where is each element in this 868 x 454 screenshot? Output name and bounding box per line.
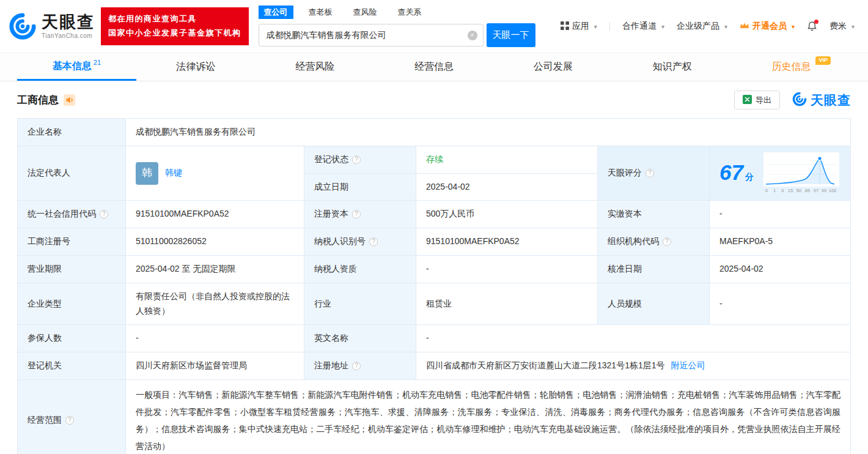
org-code-value: MAEFKP0A-5 [710, 228, 851, 256]
row-reg-number: 工商注册号 510110002826052 纳税人识别号 91510100MAE… [18, 228, 851, 256]
svg-text:0: 0 [765, 188, 768, 193]
tianyancha-logo-icon [9, 12, 37, 40]
search-row: 天眼一下 [259, 23, 535, 47]
search-tab-company[interactable]: 查公司 [259, 6, 293, 19]
row-business-scope: 经营范围 一般项目：汽车销售；新能源汽车整车销售；新能源汽车电附件销售；机动车充… [18, 379, 851, 454]
tab-basic-info[interactable]: 基本信息 21 [17, 53, 136, 81]
nav-enterprise-label: 企业级产品 [677, 21, 719, 32]
company-name-value: 成都悦鹏汽车销售服务有限公司 [126, 119, 851, 146]
company-page-tabs: 基本信息 21 法律诉讼 经营风险 经营信息 公司发展 知识产权 历史信息 VI… [0, 53, 868, 81]
slogan-line-2: 国家中小企业发展子基金旗下机构 [108, 26, 241, 40]
svg-text:3: 3 [781, 188, 784, 193]
help-icon[interactable] [663, 237, 671, 246]
help-icon[interactable] [100, 210, 108, 218]
section-title: 工商信息 [17, 93, 59, 107]
reg-capital-value: 500万人民币 [416, 201, 598, 228]
tab-history-info[interactable]: 历史信息 VIP [732, 53, 851, 81]
help-icon[interactable] [352, 362, 361, 370]
establish-date-label: 成立日期 [304, 173, 416, 201]
reg-capital-label: 注册资本 [304, 201, 416, 228]
reg-number-value: 510110002826052 [126, 228, 304, 256]
nav-user-menu[interactable]: 费米 [829, 21, 855, 32]
vip-badge: VIP [815, 56, 831, 65]
logo-text: 天眼查 [42, 14, 95, 31]
crown-icon [740, 21, 749, 31]
help-icon[interactable] [369, 237, 378, 246]
nav-apps[interactable]: 应用 [561, 21, 597, 32]
company-type-value: 有限责任公司（非自然人投资或控股的法人独资） [126, 283, 304, 325]
search-tabs: 查公司 查老板 查风险 查关系 [259, 6, 535, 19]
row-company-type: 企业类型 有限责任公司（非自然人投资或控股的法人独资） 行业 租赁业 人员规模 … [18, 283, 851, 325]
nav-open-vip[interactable]: 开通会员 [740, 21, 795, 32]
tab-company-development[interactable]: 公司发展 [493, 53, 612, 81]
notification-bell-icon[interactable] [807, 21, 817, 32]
legal-rep-avatar[interactable]: 韩 [136, 162, 158, 185]
staff-size-label: 人员规模 [598, 283, 710, 325]
english-name-label: 英文名称 [304, 325, 416, 352]
export-button[interactable]: 导出 [734, 91, 780, 110]
top-header: 天眼查 TianYanCha.com 都在用的商业查询工具 国家中小企业发展子基… [0, 0, 868, 53]
excel-icon [743, 95, 752, 106]
search-tab-boss[interactable]: 查老板 [303, 6, 338, 19]
credit-code-value: 91510100MAEFKP0A52 [126, 201, 304, 228]
search-input[interactable] [259, 24, 483, 46]
logo-domain: TianYanCha.com [42, 32, 95, 39]
score-curve-chart: 0 1 3 15 50 85 97 99 100 [762, 152, 840, 194]
credit-code-label: 统一社会信用代码 [18, 201, 126, 228]
svg-text:85: 85 [805, 188, 810, 193]
row-authority-address: 登记机关 四川天府新区市场监督管理局 注册地址 四川省成都市天府新区万安街道麓山… [18, 352, 851, 380]
taxpayer-quality-value: - [416, 255, 598, 283]
export-label: 导出 [756, 95, 771, 106]
score-label: 天眼评分 [598, 146, 710, 201]
tab-operation-risk[interactable]: 经营风险 [256, 53, 375, 81]
search-area: 查公司 查老板 查风险 查关系 天眼一下 [259, 6, 535, 47]
staff-size-value: - [710, 283, 851, 325]
svg-text:15: 15 [788, 188, 793, 193]
announcement-horn-icon[interactable] [64, 94, 75, 106]
row-credit-code: 统一社会信用代码 91510100MAEFKP0A52 注册资本 500万人民币… [18, 201, 851, 228]
svg-text:50: 50 [796, 188, 801, 193]
nav-partner[interactable]: 合作通道 [622, 21, 664, 32]
help-icon[interactable] [65, 416, 74, 425]
nav-enterprise-products[interactable]: 企业级产品 [677, 21, 727, 32]
business-scope-value: 一般项目：汽车销售；新能源汽车整车销售；新能源汽车电附件销售；机动车充电销售；电… [126, 379, 851, 454]
business-info-section-bar: 工商信息 导出 天眼查 [0, 81, 868, 116]
taxpayer-quality-label: 纳税人资质 [304, 255, 416, 283]
svg-text:100: 100 [829, 188, 837, 193]
score-value: 67分 [719, 162, 754, 185]
nav-partner-label: 合作通道 [622, 21, 657, 32]
help-icon[interactable] [645, 169, 654, 177]
help-icon[interactable] [352, 210, 361, 218]
approval-date-value: 2025-04-02 [710, 255, 851, 283]
company-name-label: 企业名称 [18, 119, 126, 146]
nav-divider [609, 22, 610, 31]
notification-dot [814, 20, 818, 24]
clear-search-icon[interactable] [468, 31, 477, 40]
nav-vip-label: 开通会员 [752, 21, 787, 32]
business-scope-label: 经营范围 [18, 379, 126, 454]
reg-number-label: 工商注册号 [18, 228, 126, 256]
score-value-cell[interactable]: 67分 0 1 3 15 50 85 [710, 146, 851, 201]
tianyancha-logo[interactable]: 天眼查 TianYanCha.com [9, 12, 95, 40]
slogan-line-1: 都在用的商业查询工具 [108, 12, 241, 26]
grid-icon [561, 21, 569, 32]
search-tab-risk[interactable]: 查风险 [348, 6, 383, 19]
tab-basic-info-label: 基本信息 [53, 60, 92, 73]
org-code-label: 组织机构代码 [598, 228, 710, 256]
help-icon[interactable] [352, 155, 361, 164]
tab-intellectual-property[interactable]: 知识产权 [612, 53, 732, 81]
nav-username: 费米 [829, 21, 847, 32]
nearby-companies-link[interactable]: 附近公司 [671, 360, 705, 370]
row-business-term: 营业期限 2025-04-02 至 无固定期限 纳税人资质 - 核准日期 202… [18, 255, 851, 283]
search-tab-relation[interactable]: 查关系 [392, 6, 427, 19]
insured-count-label: 参保人数 [18, 325, 126, 352]
business-term-label: 营业期限 [18, 255, 126, 283]
tab-operation-info[interactable]: 经营信息 [375, 53, 494, 81]
legal-rep-link[interactable]: 韩键 [165, 166, 182, 180]
search-button[interactable]: 天眼一下 [487, 23, 535, 47]
svg-text:99: 99 [822, 188, 826, 193]
legal-rep-label: 法定代表人 [18, 146, 126, 201]
reg-authority-label: 登记机关 [18, 352, 126, 380]
tab-legal-proceedings[interactable]: 法律诉讼 [136, 53, 256, 81]
business-term-value: 2025-04-02 至 无固定期限 [126, 255, 304, 283]
